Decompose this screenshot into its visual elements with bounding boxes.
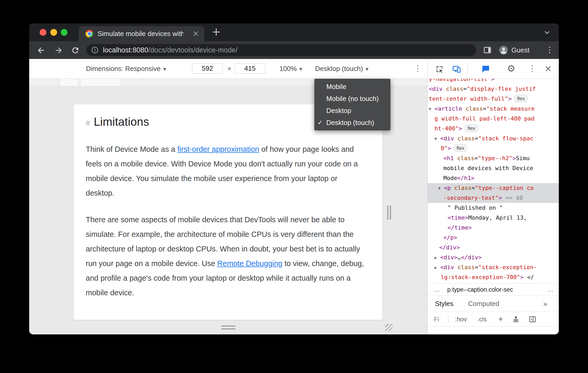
element-classes-button[interactable]: .cls (477, 316, 487, 323)
expand-arrow-icon[interactable]: ▾ (429, 104, 434, 114)
zoom-window-button[interactable] (61, 29, 68, 36)
tab-styles[interactable]: Styles (435, 300, 454, 308)
inspect-element-icon[interactable] (435, 65, 444, 75)
viewport-width-resize-handle[interactable] (387, 206, 393, 221)
side-panel-icon[interactable] (483, 46, 492, 55)
tab-strip: Simulate mobile devices with D × + (29, 23, 559, 41)
menu-item-mobile-no-touch-[interactable]: Mobile (no touch) (314, 93, 390, 105)
menu-item-desktop-touch-[interactable]: ✓Desktop (touch) (314, 117, 390, 129)
elements-tree: y-navigation-list"><div class="display-f… (428, 79, 559, 283)
stamp-icon[interactable] (512, 315, 520, 323)
dimensions-separator: × (224, 59, 235, 79)
toggle-sidebar-icon[interactable] (529, 315, 536, 323)
more-tabs-icon[interactable]: » (543, 300, 547, 308)
menu-item-label: Mobile (326, 83, 346, 91)
breadcrumb-selected-node[interactable]: p.type--caption.color-sec (447, 286, 513, 293)
tree-line[interactable]: ▸<div class="stack-exception- (428, 262, 559, 272)
browser-tab[interactable]: Simulate mobile devices with D × (79, 26, 204, 41)
expand-arrow-icon[interactable]: ▾ (434, 134, 440, 143)
first-order-approximation-link[interactable]: first-order approximation (177, 145, 259, 153)
minimize-window-button[interactable] (50, 29, 57, 36)
tree-line[interactable]: g width-full pad-left-400 pad (428, 114, 559, 124)
device-toolbar-icon[interactable] (452, 65, 461, 75)
device-type-dropdown[interactable]: Desktop (touch)▾ (315, 59, 369, 79)
site-info-icon[interactable] (91, 46, 99, 54)
main-area: Dimensions: Responsive▾ × 100%▾ Desktop … (29, 59, 559, 334)
tree-line[interactable]: y-navigation-list"> (428, 79, 559, 84)
zoom-dropdown[interactable]: 100%▾ (279, 59, 302, 79)
dimensions-dropdown[interactable]: Dimensions: Responsive▾ (86, 59, 166, 79)
settings-gear-icon[interactable]: ⚙ (507, 59, 515, 79)
tree-line[interactable]: </div> (428, 243, 559, 252)
device-type-menu: MobileMobile (no touch)Desktop✓Desktop (… (314, 79, 390, 130)
tree-line[interactable]: </time> (428, 223, 559, 233)
tree-line[interactable]: tent-center width-full">flex (428, 94, 559, 104)
heading-anchor-hash[interactable]: # (86, 119, 90, 128)
devtools-panel: ⚙ ⋮ × y-navigation-list"><div class="dis… (427, 59, 559, 334)
tab-title: Simulate mobile devices with D (97, 26, 183, 41)
breadcrumb-overflow-left[interactable]: … (434, 286, 440, 293)
new-tab-button[interactable]: + (212, 23, 221, 41)
avatar[interactable] (499, 45, 508, 55)
tree-line[interactable]: ▾<div class="stack flow-spac (428, 134, 559, 143)
breadcrumb-overflow-right[interactable]: … (548, 286, 554, 293)
paragraph-1: Think of Device Mode as a first-order ap… (86, 142, 367, 200)
menu-item-label: Mobile (no touch) (326, 95, 379, 103)
menu-item-desktop[interactable]: Desktop (314, 105, 390, 117)
height-input[interactable] (235, 63, 265, 74)
styles-tab-bar: Styles Computed » (428, 296, 559, 312)
tree-line[interactable]: <h1 class="type--h2">Simu (428, 153, 559, 163)
console-messages-icon[interactable] (481, 65, 490, 75)
expand-arrow-icon[interactable]: ▾ (438, 183, 444, 193)
flex-badge[interactable]: flex (514, 95, 528, 102)
tree-line[interactable]: <div class="display-flex justif (428, 84, 559, 94)
reload-button[interactable] (71, 46, 80, 56)
ruler-segment (60, 79, 78, 86)
styles-filter-input[interactable]: Fi (434, 316, 439, 323)
tree-line[interactable]: 0">flex (428, 143, 559, 153)
tab-computed[interactable]: Computed (468, 300, 499, 308)
forward-button[interactable] (54, 46, 63, 56)
menu-item-mobile[interactable]: Mobile (314, 81, 390, 93)
tree-line[interactable]: ht-400">flex (428, 124, 559, 134)
collapse-arrow-icon[interactable]: ▸ (434, 252, 440, 262)
paragraph-2: There are some aspects of mobile devices… (86, 212, 367, 300)
styles-filter-bar: Fi :hov .cls + (428, 312, 559, 327)
tree-line[interactable]: -secondary-text"> == $0 (428, 193, 559, 203)
tree-line[interactable]: mobile devices with Device (428, 163, 559, 173)
tree-line[interactable]: " Published on " (428, 203, 559, 213)
chevron-down-icon: ▾ (299, 66, 302, 72)
browser-toolbar: localhost:8080/docs/devtools/device-mode… (29, 41, 559, 59)
device-toolbar-more-icon[interactable]: ⋮ (414, 59, 422, 79)
width-input[interactable] (192, 63, 223, 74)
tree-line[interactable]: lg:stack-exception-700"> </ (428, 272, 559, 282)
tree-line[interactable]: ▾<p class="type--caption co (428, 183, 559, 193)
browser-window: Simulate mobile devices with D × + (29, 23, 559, 334)
flex-badge[interactable]: flex (454, 144, 467, 152)
collapse-arrow-icon[interactable]: ▸ (434, 262, 440, 272)
tree-line[interactable]: ▸<div>…</div> (428, 252, 559, 262)
tab-close-icon[interactable]: × (193, 26, 199, 41)
paragraph-text: Think of Device Mode as a (86, 145, 177, 153)
address-bar[interactable]: localhost:8080/docs/devtools/device-mode… (86, 44, 476, 56)
viewport-corner-resize-handle[interactable] (385, 324, 393, 331)
menu-item-label: Desktop (touch) (326, 119, 374, 127)
tree-line[interactable]: </p> (428, 233, 559, 243)
chrome-favicon-icon (85, 30, 93, 38)
browser-menu-icon[interactable]: ⋮ (546, 41, 554, 59)
flex-badge[interactable]: flex (465, 124, 478, 132)
url-path: /docs/devtools/device-mode/ (148, 46, 237, 54)
new-style-rule-button[interactable]: + (498, 314, 503, 324)
close-window-button[interactable] (40, 29, 46, 36)
tree-line[interactable]: ▾<article class="stack measure (428, 104, 559, 114)
tree-line[interactable]: <time>Monday, April 13, (428, 213, 559, 223)
back-button[interactable] (36, 46, 45, 56)
toggle-element-state-button[interactable]: :hov (455, 316, 467, 323)
devtools-more-icon[interactable]: ⋮ (528, 59, 536, 79)
remote-debugging-link[interactable]: Remote Debugging (217, 259, 283, 268)
tree-line[interactable]: Mode</h1> (428, 173, 559, 183)
devtools-close-icon[interactable]: × (544, 59, 552, 79)
tab-search-chevron-icon[interactable] (543, 29, 551, 38)
filter-divider (448, 315, 448, 323)
viewport-height-resize-handle[interactable] (221, 326, 235, 331)
